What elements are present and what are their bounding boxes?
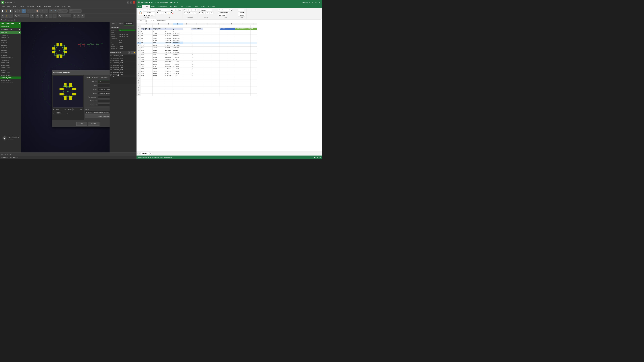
print-btn[interactable]: 🖨 [14, 9, 18, 13]
format-as-table-btn[interactable]: Format as Table [218, 11, 229, 14]
ribbon-tab-review[interactable]: Review [185, 5, 193, 8]
decrease-decimal[interactable]: .0← [206, 11, 210, 14]
dm-tool-2[interactable]: ≡ [131, 51, 133, 54]
drc-btn[interactable]: ✓ [30, 14, 34, 17]
conditional-formatting-btn[interactable]: Conditional Formatting [218, 9, 232, 11]
name-input[interactable] [98, 88, 110, 91]
formula-input[interactable] [156, 19, 321, 22]
comp-ws2811sop8a[interactable]: WS2811-SOP8 [0, 64, 21, 66]
dm-item-u1[interactable]: U1 - WS2812B_5050N [110, 55, 136, 57]
cell-reference-input[interactable] [137, 19, 146, 22]
zoom-in[interactable]: 🔍 [54, 9, 57, 13]
dm-item-u3[interactable]: U3 - WS2812B_5050N [110, 59, 136, 62]
fill-btn[interactable]: ▣ [77, 14, 80, 17]
align-center[interactable]: ≡ [186, 11, 188, 14]
dm-item-u4[interactable]: U4 - WS2812B_5050N [110, 62, 136, 64]
datasheet-input[interactable] [98, 99, 110, 102]
tab-objects[interactable]: Objects [117, 22, 124, 26]
sheet-area[interactable]: A B C D E F G H I J K L [136, 23, 322, 152]
merge-center[interactable]: ⊞ [194, 9, 197, 11]
insert-function-icon[interactable]: fx [153, 19, 155, 22]
align-bottom[interactable]: ⊥ [189, 9, 191, 11]
tab-placement[interactable]: Placement [100, 76, 109, 79]
pcb-canvas[interactable]: U6 U7 U8 U9 U10 [21, 22, 110, 152]
excel-close[interactable]: ✕ [318, 1, 321, 4]
menu-view[interactable]: View [12, 5, 18, 8]
via-btn[interactable]: ○ [9, 14, 12, 17]
col-header-J[interactable]: J [228, 23, 234, 25]
refdes-input[interactable] [98, 80, 110, 83]
comp-max3202[interactable]: MAX3202EEWS+T [0, 56, 21, 59]
comp-8tws08s[interactable]: 8TWS08S [0, 54, 21, 56]
col-header-B[interactable]: B [152, 23, 164, 25]
normal-view-btn[interactable]: ▣ [314, 157, 316, 158]
route-btn[interactable]: ⚡ [5, 14, 8, 17]
circle-btn[interactable]: ○ [53, 14, 56, 17]
col-header-F[interactable]: F [191, 23, 203, 25]
comp-pws750[interactable]: PWS750-1U [0, 36, 21, 39]
menu-placement[interactable]: Placement [26, 5, 36, 8]
layer-select[interactable]: Top Side [14, 14, 29, 17]
additional-select[interactable] [98, 103, 110, 106]
maximize-button[interactable]: □ [130, 1, 132, 3]
copy-btn[interactable]: ⧉ [31, 9, 35, 13]
menu-verification[interactable]: Verification [42, 5, 52, 8]
zoom-fit[interactable]: ⊞ [18, 9, 22, 13]
angle-input[interactable] [72, 108, 79, 111]
menu-help[interactable]: Help [66, 5, 72, 8]
align-left[interactable]: ≡ [184, 11, 186, 14]
dm-item-u2[interactable]: U2 - WS2812B_5050N [110, 57, 136, 59]
snap-btn[interactable]: ⊠ [40, 14, 43, 17]
col-header-K[interactable]: K [234, 23, 250, 25]
value-input[interactable] [98, 84, 110, 87]
cut-btn-ribbon[interactable]: ✂ Cut [144, 9, 155, 11]
dm-tool-3[interactable]: ⚡ [134, 51, 136, 54]
dm-item-u6[interactable]: U6 - WS2812B_5050N [110, 66, 136, 69]
add-sheet-btn[interactable]: + [149, 152, 152, 155]
dm-item-u8[interactable]: U8 - WS2812B_5050N [110, 71, 136, 73]
comp-ws2812b5050n[interactable]: WS2812B_5050N [0, 77, 21, 79]
comp-ws2812b5050[interactable]: WS2812B_5050 [0, 74, 21, 77]
menu-objects[interactable]: Objects [18, 5, 26, 8]
comp-pws740[interactable]: PWS740-1 [0, 34, 21, 36]
menu-route[interactable]: Route [36, 5, 42, 8]
ribbon-tab-file[interactable]: File [136, 5, 142, 8]
cell-styles-btn[interactable]: Cell Styles [218, 14, 226, 16]
tab-layers[interactable]: Layers [110, 22, 117, 26]
decrease-indent[interactable]: ← [191, 11, 194, 14]
delete-cells-btn[interactable]: Delete ▾ [238, 11, 244, 14]
comp-pdtc144ws[interactable]: PDTC144WS [0, 61, 21, 64]
library-path-input[interactable] [85, 111, 110, 114]
ribbon-tab-pagelayout[interactable]: Page Layout [157, 5, 169, 8]
fill-color-btn[interactable]: A_ [167, 11, 170, 14]
dm-item-u5[interactable]: U5 - WS2812B_5050N [110, 64, 136, 66]
font-size-select[interactable]: 11 [170, 9, 175, 11]
undo-btn[interactable]: ↶ [40, 9, 44, 13]
comp-8ews12s[interactable]: 8EWS12S [0, 44, 21, 46]
dm-item-u9[interactable]: U9 - WS2812B_5050N [110, 73, 136, 75]
wrap-text[interactable]: ↵ [192, 9, 194, 11]
update-component-btn[interactable]: Update component [85, 114, 110, 118]
cut-btn[interactable]: ✂ [27, 9, 31, 13]
grid-btn[interactable]: ⊞ [36, 14, 39, 17]
menu-tools[interactable]: Tools [60, 5, 66, 8]
comp-8ews08s[interactable]: 8EWS08S [0, 39, 21, 41]
comp-ws2801[interactable]: WS2801 [0, 69, 21, 71]
font-color-btn[interactable]: A_ [170, 11, 174, 14]
tab-properties[interactable]: Properties [124, 22, 134, 26]
copy-btn-ribbon[interactable]: ⧉ Copy [144, 11, 155, 14]
menu-file[interactable]: File [1, 5, 6, 8]
number-format-select[interactable]: General [200, 9, 212, 11]
increase-font[interactable]: A↑ [176, 9, 178, 11]
format-cells-btn[interactable]: Format ▾ [238, 14, 245, 16]
insert-cells-btn[interactable]: Insert ▾ [238, 9, 244, 11]
page-break-btn[interactable]: ⊟ [320, 157, 321, 158]
menu-library[interactable]: Library [53, 5, 60, 8]
manufacturer-input[interactable] [98, 96, 110, 98]
align-right[interactable]: ≡ [188, 11, 191, 14]
paste-btn[interactable]: 📋 [138, 10, 143, 15]
arc-btn[interactable]: ⌒ [49, 14, 52, 17]
comp-8ews34s[interactable]: 8EWS34S [0, 49, 21, 51]
y-coord-input[interactable] [55, 112, 66, 114]
comp-ws2811sop8b[interactable]: WS2811-SOP8 [0, 66, 21, 69]
